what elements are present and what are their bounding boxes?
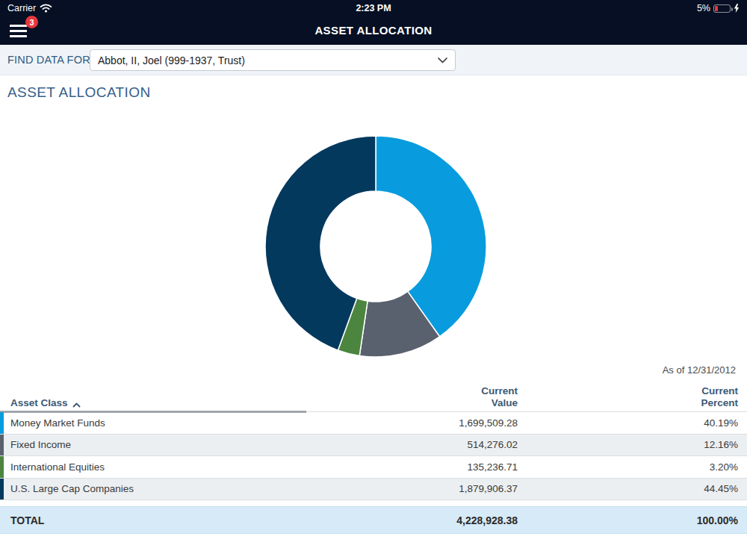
table-row: International Equities 135,236.71 3.20% (0, 456, 747, 479)
app-screen: Carrier 2:23 PM 5% (0, 0, 747, 560)
sort-ascending-icon (72, 402, 81, 408)
nav-bar: 3 ASSET ALLOCATION (0, 16, 747, 45)
asset-class-name: Money Market Funds (10, 417, 105, 429)
asset-class-color-stripe (0, 412, 4, 434)
current-value-cell: 1,699,509.28 (306, 412, 518, 434)
asset-allocation-donut-chart (264, 134, 488, 358)
table-row: Fixed Income 514,276.02 12.16% (0, 435, 747, 457)
column-header-current-value[interactable]: Current Value (306, 383, 518, 414)
table-body: Money Market Funds 1,699,509.28 40.19% F… (0, 412, 747, 500)
main-content: ASSET ALLOCATION As of 12/31/2012 Asset … (0, 75, 747, 560)
current-percent-cell: 44.45% (518, 479, 738, 500)
total-percent: 100.00% (518, 514, 738, 526)
current-percent-cell: 12.16% (518, 435, 738, 456)
status-bar: Carrier 2:23 PM 5% (0, 0, 747, 16)
status-time: 2:23 PM (0, 3, 747, 13)
find-data-bar: FIND DATA FOR Abbot, II, Joel (999-1937,… (0, 45, 747, 75)
chevron-down-icon (438, 57, 447, 63)
page-title: ASSET ALLOCATION (7, 84, 151, 101)
asset-class-color-stripe (0, 456, 4, 478)
table-header-row: Asset Class Current Value Current Percen… (0, 383, 747, 412)
current-percent-cell: 3.20% (518, 456, 738, 478)
as-of-date-label: As of 12/31/2012 (663, 364, 736, 376)
asset-allocation-table: Asset Class Current Value Current Percen… (0, 383, 747, 534)
current-percent-cell: 40.19% (518, 412, 738, 434)
asset-class-name: U.S. Large Cap Companies (10, 483, 134, 494)
asset-class-color-stripe (0, 435, 4, 456)
current-value-cell: 135,236.71 (306, 456, 518, 478)
header: Carrier 2:23 PM 5% (0, 0, 747, 45)
asset-class-color-stripe (0, 479, 4, 500)
account-dropdown-value: Abbot, II, Joel (999-1937, Trust) (98, 55, 245, 66)
table-row: Money Market Funds 1,699,509.28 40.19% (0, 412, 747, 435)
total-value: 4,228,928.38 (306, 514, 518, 526)
column-header-current-percent[interactable]: Current Percent (518, 383, 738, 414)
battery-icon (713, 4, 731, 13)
table-row: U.S. Large Cap Companies 1,879,906.37 44… (0, 479, 747, 501)
current-value-cell: 1,879,906.37 (306, 479, 518, 500)
nav-title: ASSET ALLOCATION (0, 24, 747, 37)
current-value-cell: 514,276.02 (306, 435, 518, 456)
account-dropdown[interactable]: Abbot, II, Joel (999-1937, Trust) (90, 49, 456, 71)
find-data-label: FIND DATA FOR (7, 54, 90, 66)
asset-class-name: Fixed Income (10, 439, 71, 450)
asset-class-name: International Equities (10, 461, 105, 473)
total-row: TOTAL 4,228,928.38 100.00% (0, 506, 747, 534)
total-label: TOTAL (0, 514, 306, 526)
